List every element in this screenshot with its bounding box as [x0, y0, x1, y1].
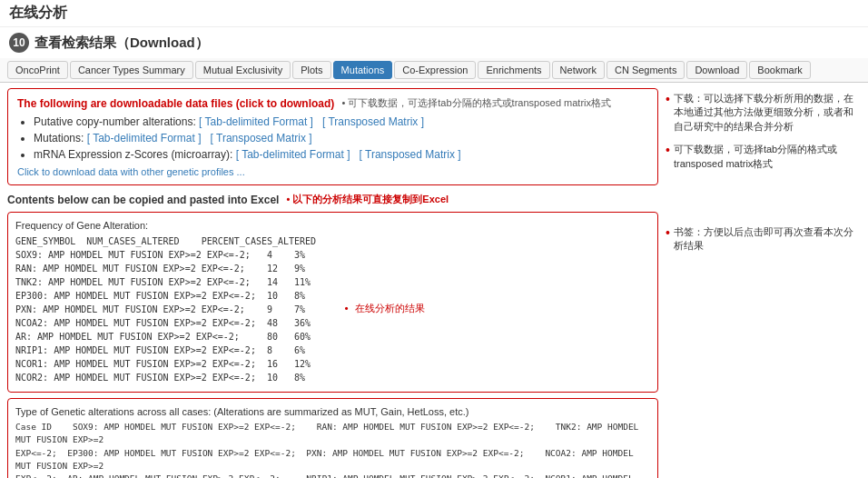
tab-oncoprint[interactable]: OncoPrint: [7, 61, 68, 79]
downloadable-list: Putative copy-number alterations: [ Tab-…: [34, 115, 648, 161]
tab-cn-segments[interactable]: CN Segments: [607, 61, 685, 79]
downloadable-hint: • 可下载数据，可选择tab分隔的格式或transposed matrix格式: [341, 96, 611, 110]
ann-bullet-1: •: [666, 92, 670, 107]
data-box-2-content[interactable]: Case ID SOX9: AMP HOMDEL MUT FUSION EXP>…: [15, 421, 650, 478]
dl-item-mutations: Mutations: [ Tab-delimited Format ] [ Tr…: [34, 132, 648, 144]
data-box-1-title: Frequency of Gene Alteration:: [15, 220, 650, 231]
tab-co-expression[interactable]: Co-Expression: [394, 61, 476, 79]
ann-text-format: 可下载数据，可选择tab分隔的格式或transposed matrix格式: [674, 143, 861, 171]
dl-link-matrix-3[interactable]: Transposed Matrix: [365, 148, 455, 161]
ann-bullet-2: •: [666, 143, 670, 158]
ann-download: • 下载：可以选择下载分析所用的数据，在本地通过其他方法做更细致分析，或者和自己…: [666, 92, 861, 134]
data-box-genetic-types: Type of Genetic alterations across all c…: [7, 398, 658, 478]
dl-item-label-3: mRNA Expression z-Scores (microarray):: [34, 148, 236, 161]
tabs-bar: OncoPrint Cancer Types Summary Mutual Ex…: [0, 58, 868, 83]
dl-item-label-2: Mutations:: [34, 132, 87, 144]
left-panel: The following are downloadable data file…: [7, 88, 658, 478]
dl-link-tab-1[interactable]: Tab-delimited Format: [205, 115, 308, 128]
tab-enrichments[interactable]: Enrichments: [478, 61, 549, 79]
tab-mutations[interactable]: Mutations: [333, 61, 393, 79]
tab-network[interactable]: Network: [552, 61, 605, 79]
ann-bullet-3: •: [666, 225, 670, 241]
data-box-1-content[interactable]: GENE_SYMBOL NUM_CASES_ALTERED PERCENT_CA…: [15, 234, 650, 384]
data-box-2-title: Type of Genetic alterations across all c…: [15, 406, 650, 417]
dl-link-tab-3[interactable]: Tab-delimited Format: [242, 148, 344, 161]
tab-bookmark[interactable]: Bookmark: [749, 61, 811, 79]
main-layout: The following are downloadable data file…: [0, 83, 868, 478]
dl-link-matrix-2[interactable]: Transposed Matrix: [216, 132, 306, 144]
excel-annotation: • 以下的分析结果可直接复制到Excel: [286, 193, 449, 206]
right-annotations: • 下载：可以选择下载分析所用的数据，在本地通过其他方法做更细致分析，或者和自己…: [666, 88, 861, 478]
data-box-frequency: Frequency of Gene Alteration: GENE_SYMBO…: [7, 212, 658, 393]
data-col-right-annotation: • 在线分析的结果: [343, 302, 425, 317]
excel-title: Contents below can be copied and pasted …: [7, 194, 279, 206]
downloadable-section: The following are downloadable data file…: [7, 88, 658, 185]
dl-link-tab-2[interactable]: Tab-delimited Format: [93, 132, 195, 144]
downloadable-header: The following are downloadable data file…: [17, 96, 648, 110]
ann-text-bookmark: 书签：方便以后点击即可再次查看本次分析结果: [674, 225, 861, 254]
dl-item-mrna: mRNA Expression z-Scores (microarray): […: [34, 148, 648, 161]
tab-mutual-exclusivity[interactable]: Mutual Exclusivity: [195, 61, 291, 79]
dl-item-copy-number: Putative copy-number alterations: [ Tab-…: [34, 115, 648, 128]
tab-download[interactable]: Download: [686, 61, 747, 79]
tab-cancer-types[interactable]: Cancer Types Summary: [70, 61, 193, 79]
ann-bookmark: • 书签：方便以后点击即可再次查看本次分析结果: [666, 225, 861, 254]
dl-more-link[interactable]: Click to download data with other geneti…: [17, 166, 648, 177]
section-badge: 10: [9, 33, 29, 53]
page-title: 在线分析: [9, 5, 67, 20]
data-col-left: GENE_SYMBOL NUM_CASES_ALTERED PERCENT_CA…: [15, 234, 316, 384]
excel-title-row: Contents below can be copied and pasted …: [7, 193, 658, 206]
tab-plots[interactable]: Plots: [292, 61, 330, 79]
excel-section: Contents below can be copied and pasted …: [7, 193, 658, 206]
ann-text-download: 下载：可以选择下载分析所用的数据，在本地通过其他方法做更细致分析，或者和自己研究…: [674, 92, 861, 134]
downloadable-title: The following are downloadable data file…: [17, 97, 334, 110]
ann-format: • 可下载数据，可选择tab分隔的格式或transposed matrix格式: [666, 143, 861, 171]
section-title-row: 10 查看检索结果（Download）: [0, 27, 868, 58]
section-heading: 查看检索结果（Download）: [35, 35, 209, 52]
page-header: 在线分析: [0, 0, 868, 27]
dl-item-label-1: Putative copy-number alterations:: [34, 115, 199, 128]
dl-link-matrix-1[interactable]: Transposed Matrix: [328, 115, 418, 128]
